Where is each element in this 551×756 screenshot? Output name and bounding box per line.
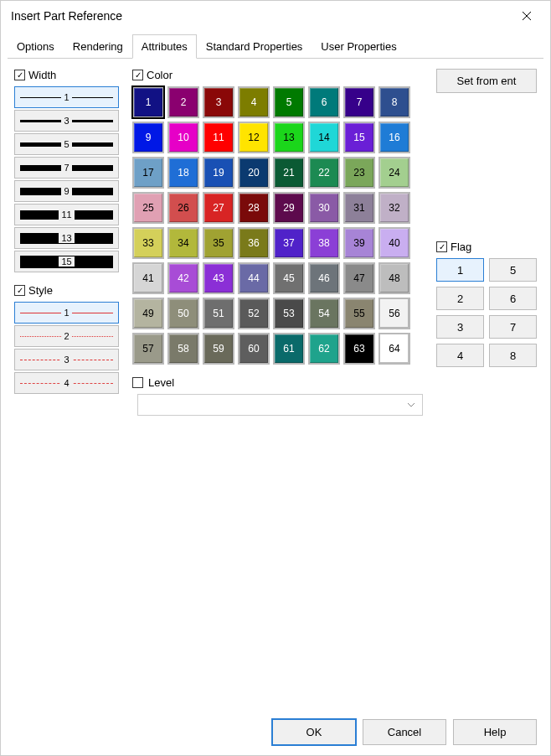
color-swatch-41[interactable]: 41 (132, 262, 164, 294)
color-swatch-19[interactable]: 19 (203, 157, 234, 189)
color-swatch-49[interactable]: 49 (132, 298, 164, 329)
color-swatch-26[interactable]: 26 (167, 192, 199, 224)
ok-button[interactable]: OK (272, 719, 356, 745)
width-option-11[interactable]: 11 (14, 204, 119, 225)
color-swatch-30[interactable]: 30 (308, 192, 340, 224)
color-swatch-20[interactable]: 20 (238, 157, 270, 189)
color-swatch-8[interactable]: 8 (378, 86, 410, 118)
flag-option-2[interactable]: 2 (436, 287, 484, 310)
color-swatch-6[interactable]: 6 (308, 86, 340, 118)
color-swatch-14[interactable]: 14 (308, 122, 340, 153)
color-swatch-4[interactable]: 4 (238, 86, 270, 118)
width-option-5[interactable]: 5 (14, 133, 119, 155)
color-swatch-40[interactable]: 40 (378, 227, 410, 259)
color-swatch-48[interactable]: 48 (378, 262, 410, 294)
tab-user-properties[interactable]: User Properties (312, 34, 405, 58)
color-swatch-29[interactable]: 29 (273, 192, 305, 224)
style-option-3[interactable]: 3 (14, 349, 119, 370)
width-checkbox[interactable] (14, 70, 25, 80)
color-swatch-34[interactable]: 34 (167, 227, 199, 259)
color-swatch-39[interactable]: 39 (343, 227, 375, 259)
color-swatch-54[interactable]: 54 (308, 298, 340, 329)
color-swatch-44[interactable]: 44 (238, 262, 270, 294)
cancel-button[interactable]: Cancel (363, 719, 446, 745)
color-swatch-61[interactable]: 61 (273, 333, 305, 365)
style-option-2[interactable]: 2 (14, 325, 119, 347)
color-swatch-33[interactable]: 33 (132, 227, 164, 259)
style-option-4[interactable]: 4 (14, 372, 119, 394)
tab-options[interactable]: Options (8, 34, 64, 58)
color-swatch-10[interactable]: 10 (167, 122, 199, 153)
color-swatch-31[interactable]: 31 (343, 192, 375, 224)
color-swatch-36[interactable]: 36 (238, 227, 270, 259)
flag-checkbox[interactable] (436, 241, 447, 252)
flag-option-4[interactable]: 4 (436, 344, 484, 367)
color-swatch-3[interactable]: 3 (203, 86, 234, 118)
tab-attributes[interactable]: Attributes (132, 34, 197, 59)
color-swatch-59[interactable]: 59 (203, 333, 234, 365)
color-swatch-47[interactable]: 47 (343, 262, 375, 294)
color-swatch-2[interactable]: 2 (167, 86, 199, 118)
color-swatch-38[interactable]: 38 (308, 227, 340, 259)
level-checkbox[interactable] (132, 377, 143, 388)
color-swatch-25[interactable]: 25 (132, 192, 164, 224)
color-swatch-56[interactable]: 56 (378, 298, 410, 329)
color-swatch-7[interactable]: 7 (343, 86, 375, 118)
color-swatch-58[interactable]: 58 (167, 333, 199, 365)
set-from-ent-button[interactable]: Set from ent (436, 69, 537, 93)
color-swatch-42[interactable]: 42 (167, 262, 199, 294)
color-swatch-46[interactable]: 46 (308, 262, 340, 294)
width-option-15[interactable]: 15 (14, 251, 119, 272)
level-select[interactable] (137, 394, 423, 416)
color-swatch-35[interactable]: 35 (203, 227, 234, 259)
color-swatch-13[interactable]: 13 (273, 122, 305, 153)
color-swatch-5[interactable]: 5 (273, 86, 305, 118)
width-option-3[interactable]: 3 (14, 110, 119, 132)
color-swatch-57[interactable]: 57 (132, 333, 164, 365)
color-checkbox[interactable] (132, 70, 143, 80)
color-swatch-17[interactable]: 17 (132, 157, 164, 189)
flag-option-5[interactable]: 5 (489, 258, 537, 282)
color-swatch-55[interactable]: 55 (343, 298, 375, 329)
color-swatch-23[interactable]: 23 (343, 157, 375, 189)
color-swatch-53[interactable]: 53 (273, 298, 305, 329)
tab-standard-properties[interactable]: Standard Properties (197, 34, 312, 58)
flag-option-7[interactable]: 7 (489, 315, 537, 339)
flag-option-1[interactable]: 1 (436, 258, 484, 282)
color-swatch-16[interactable]: 16 (378, 122, 410, 153)
color-swatch-28[interactable]: 28 (238, 192, 270, 224)
color-swatch-22[interactable]: 22 (308, 157, 340, 189)
color-swatch-9[interactable]: 9 (132, 122, 164, 153)
color-swatch-52[interactable]: 52 (238, 298, 270, 329)
color-swatch-27[interactable]: 27 (203, 192, 234, 224)
color-swatch-37[interactable]: 37 (273, 227, 305, 259)
flag-option-8[interactable]: 8 (489, 344, 537, 367)
style-checkbox[interactable] (14, 285, 25, 296)
color-swatch-18[interactable]: 18 (167, 157, 199, 189)
width-option-9[interactable]: 9 (14, 180, 119, 202)
color-swatch-43[interactable]: 43 (203, 262, 234, 294)
width-option-7[interactable]: 7 (14, 157, 119, 179)
color-swatch-11[interactable]: 11 (203, 122, 234, 153)
color-swatch-32[interactable]: 32 (378, 192, 410, 224)
tab-rendering[interactable]: Rendering (64, 34, 132, 58)
color-swatch-1[interactable]: 1 (132, 86, 164, 118)
flag-option-3[interactable]: 3 (436, 315, 484, 339)
color-swatch-51[interactable]: 51 (203, 298, 234, 329)
style-option-1[interactable]: 1 (14, 302, 119, 324)
close-button[interactable] (510, 4, 543, 28)
color-swatch-15[interactable]: 15 (343, 122, 375, 153)
color-swatch-12[interactable]: 12 (238, 122, 270, 153)
color-swatch-50[interactable]: 50 (167, 298, 199, 329)
flag-option-6[interactable]: 6 (489, 287, 537, 310)
color-swatch-64[interactable]: 64 (378, 333, 410, 365)
color-swatch-62[interactable]: 62 (308, 333, 340, 365)
color-swatch-60[interactable]: 60 (238, 333, 270, 365)
color-swatch-24[interactable]: 24 (378, 157, 410, 189)
help-button[interactable]: Help (453, 719, 537, 745)
color-swatch-45[interactable]: 45 (273, 262, 305, 294)
color-swatch-21[interactable]: 21 (273, 157, 305, 189)
color-swatch-63[interactable]: 63 (343, 333, 375, 365)
width-option-13[interactable]: 13 (14, 227, 119, 249)
width-option-1[interactable]: 1 (14, 86, 119, 108)
